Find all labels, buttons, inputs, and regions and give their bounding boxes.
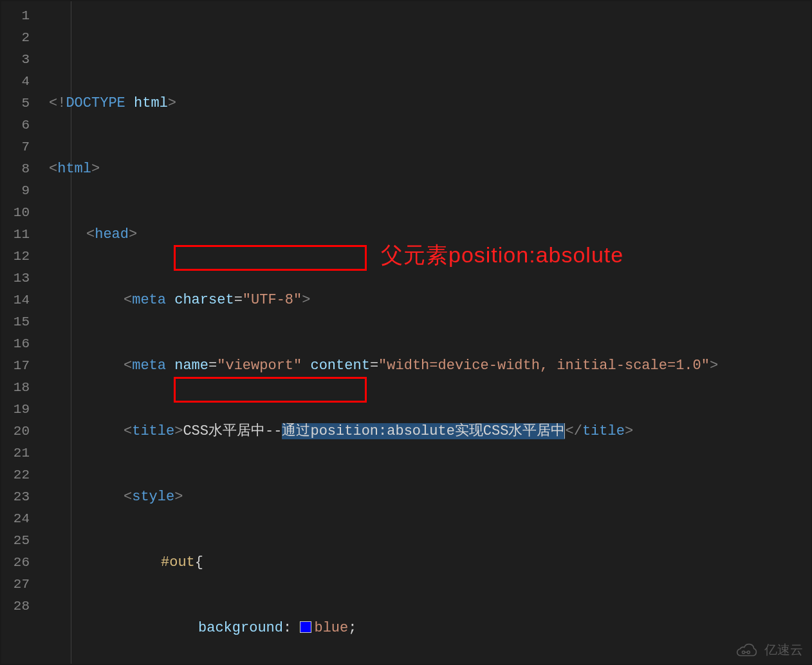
line-number: 13 [1,268,30,289]
line-number: 27 [1,574,30,596]
code-line[interactable]: <title>CSS水平居中--通过position:absolute实现CSS… [49,421,811,442]
highlight-box [174,245,367,271]
line-number: 3 [1,49,30,71]
line-number: 8 [1,158,30,180]
highlight-box [174,377,367,403]
line-number: 1 [1,5,30,27]
code-area[interactable]: <!DOCTYPE html> <html> <head> <meta char… [33,1,811,664]
line-number: 24 [1,508,30,530]
svg-point-0 [742,651,744,653]
code-line[interactable]: <!DOCTYPE html> [49,93,811,114]
line-number: 18 [1,377,30,399]
annotation-text: 父元素position:absolute [381,244,623,266]
watermark-text: 亿速云 [764,641,803,659]
line-number: 6 [1,114,30,136]
line-number-gutter: 1234567891011121314151617181920212223242… [1,1,33,664]
code-line[interactable]: <meta name="viewport" content="width=dev… [49,355,811,377]
line-number: 21 [1,442,30,464]
code-editor[interactable]: 1234567891011121314151617181920212223242… [0,0,812,665]
line-number: 16 [1,333,30,355]
line-number: 25 [1,530,30,552]
color-swatch-blue [300,621,311,633]
line-number: 15 [1,311,30,333]
line-number: 11 [1,224,30,246]
line-number: 7 [1,136,30,158]
line-number: 19 [1,399,30,421]
line-number: 5 [1,93,30,114]
code-line[interactable]: background: blue; [49,617,811,639]
line-number: 14 [1,289,30,311]
svg-point-1 [747,651,750,653]
line-number: 22 [1,464,30,486]
code-line[interactable]: <html> [49,158,811,180]
line-number: 9 [1,180,30,202]
line-number: 12 [1,246,30,268]
cloud-icon [735,642,761,659]
code-line[interactable]: #out{ [49,552,811,574]
code-line[interactable]: <style> [49,486,811,508]
code-line[interactable]: <meta charset="UTF-8"> [49,289,811,311]
line-number: 20 [1,421,30,442]
selected-text: 通过position:absolute实现CSS水平居中 [282,423,565,439]
line-number: 2 [1,27,30,49]
line-number: 26 [1,552,30,574]
line-number: 4 [1,71,30,93]
line-number: 17 [1,355,30,377]
line-number: 10 [1,202,30,224]
line-number: 28 [1,596,30,617]
line-number: 23 [1,486,30,508]
watermark: 亿速云 [735,641,803,659]
